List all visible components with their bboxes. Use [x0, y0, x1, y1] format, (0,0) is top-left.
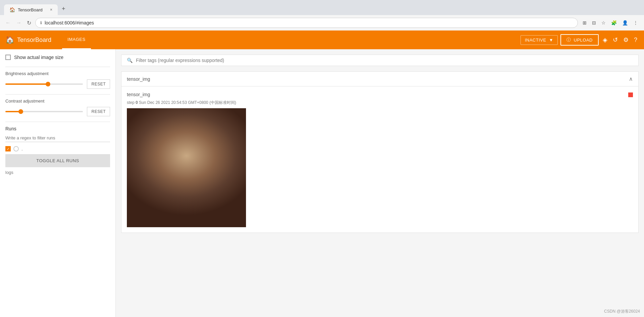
address-bar[interactable]: ℹ localhost:6006/#images	[35, 18, 578, 28]
toggle-all-runs-button[interactable]: TOGGLE ALL RUNS	[5, 154, 110, 167]
runs-filter-input[interactable]	[5, 134, 110, 142]
run-radio[interactable]	[13, 146, 19, 151]
brightness-slider[interactable]	[5, 83, 83, 85]
dropdown-arrow-icon: ▼	[549, 38, 553, 43]
tab-bar: 🏠 TensorBoard × +	[4, 3, 68, 15]
upload-circle-icon: ⓘ	[566, 37, 571, 43]
run-item: ✓ .	[5, 146, 110, 151]
tensor-card-header: tensor_img ∧	[121, 72, 638, 86]
translate-icon[interactable]: ⊞	[581, 19, 589, 27]
filter-bar: 🔍	[121, 55, 639, 66]
step-value: 0	[136, 100, 138, 105]
brightness-section: Brightness adjustment RESET	[5, 71, 110, 89]
cast-icon[interactable]: ⊟	[590, 19, 598, 27]
brightness-fill	[5, 83, 48, 85]
tensor-card-title: tensor_img	[127, 76, 150, 82]
show-actual-size-label: Show actual image size	[14, 55, 63, 60]
sidebar: Show actual image size Brightness adjust…	[0, 49, 116, 317]
inactive-dropdown[interactable]: INACTIVE ▼	[521, 35, 558, 45]
tensor-card-body: tensor_img step 0 Sun Dec 26 2021 20:54:…	[121, 86, 638, 233]
tab-close-button[interactable]: ×	[50, 7, 52, 12]
header-right: INACTIVE ▼ ⓘ UPLOAD ◈ ↺ ⚙ ?	[521, 34, 639, 46]
settings-diamond-icon[interactable]: ◈	[601, 35, 609, 45]
contrast-slider-row: RESET	[5, 107, 110, 116]
color-indicator	[628, 92, 633, 97]
divider-2	[5, 94, 110, 94]
run-checkbox[interactable]: ✓	[5, 146, 11, 151]
nav-tabs: IMAGES	[62, 30, 91, 49]
image-header: tensor_img	[127, 92, 633, 97]
watermark: CSDN @游客26024	[604, 309, 640, 314]
collapse-button[interactable]: ∧	[629, 76, 633, 82]
new-tab-button[interactable]: +	[59, 3, 68, 15]
filter-input[interactable]	[136, 58, 633, 63]
inactive-label: INACTIVE	[525, 38, 546, 43]
main-layout: Show actual image size Brightness adjust…	[0, 49, 644, 317]
brightness-thumb[interactable]	[46, 82, 50, 86]
app-logo: 🏠 TensorBoard	[5, 36, 51, 44]
contrast-slider[interactable]	[5, 111, 83, 112]
reload-icon[interactable]: ↺	[611, 35, 619, 45]
image-display	[127, 108, 246, 227]
logs-label: logs	[5, 170, 110, 175]
run-name: .	[21, 146, 23, 151]
gear-icon[interactable]: ⚙	[622, 35, 630, 45]
upload-button[interactable]: ⓘ UPLOAD	[560, 34, 599, 46]
extensions-icon[interactable]: 🧩	[609, 19, 619, 27]
tab-icon: 🏠	[9, 7, 15, 12]
content-area: 🔍 tensor_img ∧ tensor_img step 0 Sun De	[116, 49, 644, 317]
image-container	[127, 108, 246, 227]
app-name: TensorBoard	[17, 37, 51, 44]
menu-icon[interactable]: ⋮	[631, 19, 640, 27]
active-tab[interactable]: 🏠 TensorBoard ×	[4, 4, 58, 15]
search-icon: 🔍	[127, 58, 133, 63]
image-title: tensor_img	[127, 92, 626, 97]
upload-label: UPLOAD	[574, 38, 593, 43]
show-actual-size-checkbox[interactable]	[5, 55, 11, 60]
forward-button[interactable]: →	[15, 18, 23, 27]
show-actual-size-row: Show actual image size	[5, 55, 110, 60]
contrast-thumb[interactable]	[18, 109, 23, 114]
help-icon[interactable]: ?	[633, 35, 639, 45]
refresh-button[interactable]: ↻	[26, 18, 33, 27]
back-button[interactable]: ←	[4, 18, 12, 27]
browser-toolbar: ← → ↻ ℹ localhost:6006/#images ⊞ ⊟ ☆ 🧩 👤…	[0, 15, 644, 30]
browser-chrome: 🏠 TensorBoard × +	[0, 0, 644, 15]
runs-section: Runs ✓ . TOGGLE ALL RUNS logs	[5, 126, 110, 175]
lock-icon: ℹ	[40, 20, 42, 25]
divider-3	[5, 122, 110, 122]
step-label: step	[127, 100, 135, 105]
app-header: 🏠 TensorBoard IMAGES INACTIVE ▼ ⓘ UPLOAD…	[0, 30, 644, 49]
step-info: step 0 Sun Dec 26 2021 20:54:53 GMT+0800…	[127, 100, 633, 106]
browser-toolbar-icons: ⊞ ⊟ ☆ 🧩 👤 ⋮	[581, 19, 640, 27]
timestamp: Sun Dec 26 2021 20:54:53 GMT+0800 (中国标准时…	[139, 100, 236, 105]
divider-1	[5, 67, 110, 67]
contrast-label: Contrast adjustment	[5, 99, 110, 104]
tensor-card: tensor_img ∧ tensor_img step 0 Sun Dec 2…	[121, 71, 639, 233]
address-text: localhost:6006/#images	[45, 20, 573, 25]
profile-icon[interactable]: 👤	[620, 19, 630, 27]
logo-icon: 🏠	[5, 36, 14, 44]
contrast-reset-button[interactable]: RESET	[87, 107, 110, 116]
images-nav-tab[interactable]: IMAGES	[62, 30, 91, 49]
brightness-label: Brightness adjustment	[5, 71, 110, 76]
runs-label: Runs	[5, 126, 110, 131]
brightness-reset-button[interactable]: RESET	[87, 79, 110, 89]
tab-title: TensorBoard	[18, 7, 43, 12]
contrast-section: Contrast adjustment RESET	[5, 99, 110, 116]
brightness-slider-row: RESET	[5, 79, 110, 89]
bookmark-icon[interactable]: ☆	[599, 19, 608, 27]
